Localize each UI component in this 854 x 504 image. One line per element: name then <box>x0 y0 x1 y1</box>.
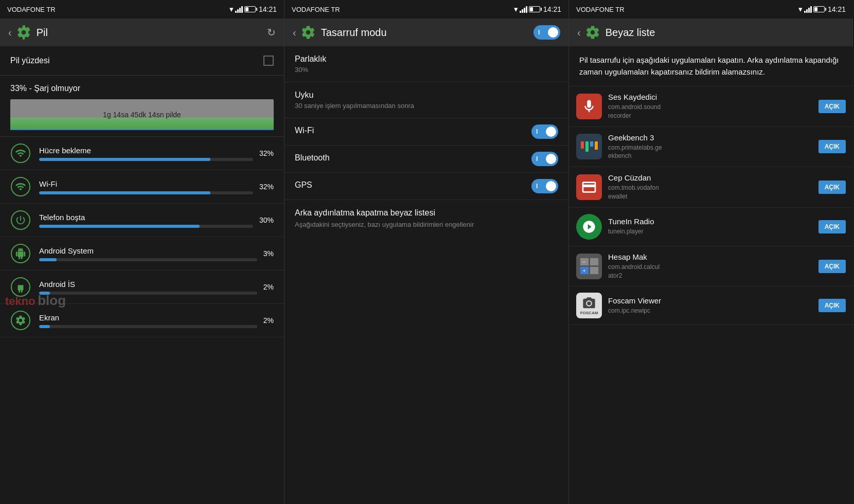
battery-graph-line <box>10 129 274 130</box>
usage-bar-container-3 <box>39 258 257 261</box>
wifi-icon-2: ▾ <box>514 5 518 14</box>
main-toggle-container[interactable]: I <box>533 25 560 40</box>
acik-button-2[interactable]: AÇIK <box>819 181 846 194</box>
battery-percentage-label: Pil yüzdesi <box>10 56 49 65</box>
acik-button-0[interactable]: AÇIK <box>819 100 846 113</box>
setting-gps[interactable]: GPS I <box>284 173 568 200</box>
app-icon-cep <box>576 174 602 200</box>
back-button-1[interactable]: ‹ <box>8 27 12 39</box>
calc-plus: + <box>580 267 589 274</box>
back-button-3[interactable]: ‹ <box>577 27 581 39</box>
bar1-3 <box>804 11 806 13</box>
wifi-toggle-knob <box>546 127 556 137</box>
usage-item-2[interactable]: Telefon boşta 30% <box>0 204 284 237</box>
header-title-pil: Pil <box>37 27 267 39</box>
usage-bar-3 <box>39 258 57 261</box>
header-left-2: ‹ Tasarruf modu <box>293 25 387 40</box>
screen-beyaz: VODAFONE TR ▾ 14:21 ‹ Beyaz liste <box>569 0 853 504</box>
usage-info-0: Hücre bekleme <box>39 146 253 161</box>
usage-percent-4: 2% <box>263 283 274 291</box>
battery-percentage-row[interactable]: Pil yüzdesi <box>0 46 284 76</box>
usage-icon-5 <box>10 310 31 331</box>
usage-icon-circle-1 <box>11 177 30 196</box>
battery-icon-1 <box>244 6 256 12</box>
usage-info-5: Ekran <box>39 313 257 328</box>
foscam-label: FOSCAM <box>580 311 598 315</box>
header-title-tasarruf: Tasarruf modu <box>321 27 387 39</box>
bluetooth-toggle[interactable]: I <box>531 152 558 166</box>
app-icon-foscam: FOSCAM <box>576 293 602 318</box>
app-item-2[interactable]: Cep Cüzdan com.tmob.vodafonewallet AÇIK <box>569 167 853 208</box>
wifi-toggle-container[interactable]: I <box>531 124 558 139</box>
usage-bar-container-5 <box>39 325 257 328</box>
usage-item-3[interactable]: Android System 3% <box>0 237 284 271</box>
usage-percent-2: 30% <box>259 216 274 224</box>
app-icon-geek <box>576 134 602 159</box>
usage-item-1[interactable]: Wi-Fi 32% <box>0 170 284 204</box>
calc-minus: − <box>580 258 589 265</box>
usage-icon-circle-0 <box>11 143 30 163</box>
usage-bar-container-2 <box>39 225 253 228</box>
whitelist-section[interactable]: Arka aydınlatma kapatma beyaz listesi Aş… <box>284 200 568 237</box>
setting-parlaklik[interactable]: Parlaklık 30% <box>284 46 568 82</box>
wallet-icon <box>581 179 597 195</box>
signal-bars-1 <box>235 6 243 13</box>
app-item-4[interactable]: − + Hesap Mak com.android.calculator2 AÇ… <box>569 246 853 287</box>
app-info-5: Foscam Viewer com.ipc.newipc <box>608 296 814 315</box>
gps-toggle-container[interactable]: I <box>531 179 558 193</box>
wifi-toggle[interactable]: I <box>531 124 558 139</box>
time-3: 14:21 <box>828 5 846 13</box>
back-button-2[interactable]: ‹ <box>293 27 296 39</box>
battery-percentage-checkbox[interactable] <box>263 56 274 66</box>
bluetooth-toggle-container[interactable]: I <box>531 152 558 166</box>
screen-tasarruf: VODAFONE TR ▾ 14:21 ‹ <box>284 0 569 504</box>
usage-item-5[interactable]: Ekran 2% <box>0 304 284 337</box>
time-1: 14:21 <box>259 5 277 13</box>
usage-bar-0 <box>39 158 210 161</box>
acik-button-3[interactable]: AÇIK <box>819 220 846 233</box>
battery-fill-2 <box>530 7 533 11</box>
content-pil: Pil yüzdesi 33% - Şarj olmuyor 1g 14sa 4… <box>0 46 284 504</box>
app-package-3: tunein.player <box>608 227 814 236</box>
usage-name-3: Android System <box>39 246 257 255</box>
gps-toggle-knob <box>546 181 556 191</box>
toggle-knob-main <box>548 27 558 38</box>
battery-graph-fill <box>10 118 274 130</box>
usage-info-2: Telefon boşta <box>39 213 253 228</box>
app-item-5[interactable]: FOSCAM Foscam Viewer com.ipc.newipc AÇIK <box>569 286 853 325</box>
usage-icon-circle-3 <box>11 244 30 263</box>
app-package-0: com.android.soundrecorder <box>608 103 814 120</box>
bar4-3 <box>810 6 812 13</box>
tunein-icon <box>582 220 596 234</box>
usage-item-0[interactable]: Hücre bekleme 32% <box>0 137 284 170</box>
setting-wifi[interactable]: Wi-Fi I <box>284 118 568 146</box>
status-right-3: ▾ 14:21 <box>798 5 846 14</box>
main-toggle[interactable]: I <box>533 25 560 40</box>
carrier-2: VODAFONE TR <box>292 6 340 13</box>
status-right-1: ▾ 14:21 <box>229 5 277 14</box>
usage-bar-container-1 <box>39 191 253 194</box>
usage-name-0: Hücre bekleme <box>39 146 253 155</box>
setting-bluetooth[interactable]: Bluetooth I <box>284 146 568 173</box>
usage-item-4[interactable]: Android İS 2% tekno blog <box>0 271 284 304</box>
app-package-5: com.ipc.newipc <box>608 307 814 315</box>
app-package-1: com.primatelabs.geekbench <box>608 143 814 161</box>
usage-percent-3: 3% <box>263 249 274 258</box>
usage-percent-0: 32% <box>259 149 274 157</box>
wifi-icon-1: ▾ <box>229 5 234 14</box>
app-item-0[interactable]: Ses Kaydedici com.android.soundrecorder … <box>569 86 853 127</box>
app-item-1[interactable]: Geekbench 3 com.primatelabs.geekbench AÇ… <box>569 127 853 168</box>
acik-button-1[interactable]: AÇIK <box>819 140 846 153</box>
geek-bar-3 <box>590 141 593 147</box>
acik-button-5[interactable]: AÇIK <box>819 299 846 312</box>
gps-toggle[interactable]: I <box>531 179 558 193</box>
refresh-button-1[interactable]: ↻ <box>267 26 276 39</box>
calc-eq <box>590 267 598 274</box>
setting-uyku[interactable]: Uyku 30 saniye işlem yapılmamasından son… <box>284 82 568 118</box>
camera-icon <box>582 296 596 311</box>
acik-button-4[interactable]: AÇIK <box>819 260 846 273</box>
status-bar-2: VODAFONE TR ▾ 14:21 <box>284 0 568 19</box>
signal-icon <box>15 148 26 159</box>
setting-bluetooth-label: Bluetooth <box>295 153 330 163</box>
app-item-3[interactable]: TuneIn Radio tunein.player AÇIK <box>569 208 853 246</box>
